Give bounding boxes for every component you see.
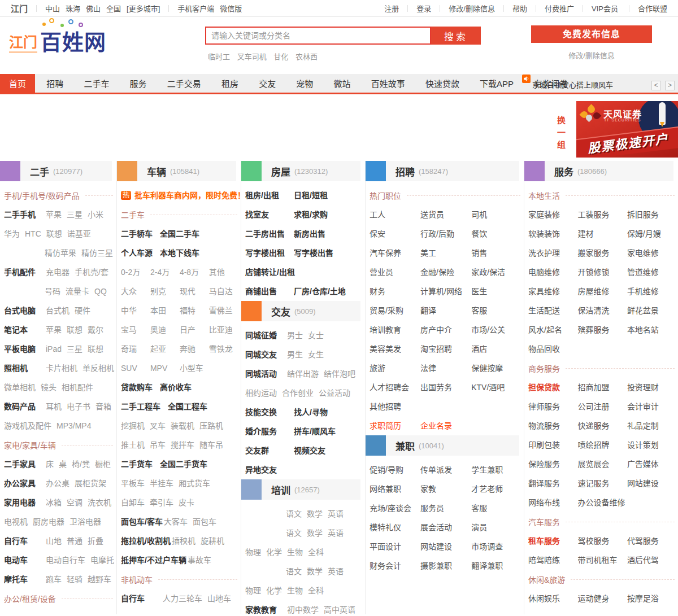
- search-button[interactable]: 搜索: [431, 27, 481, 45]
- category-link[interactable]: 营业员: [370, 263, 420, 282]
- category-link[interactable]: 装载机: [171, 421, 194, 430]
- category-link[interactable]: 搬家服务: [577, 243, 627, 263]
- category-link[interactable]: 网站建设: [627, 474, 676, 493]
- category-header[interactable]: 培训(12657): [241, 479, 360, 500]
- category-link[interactable]: 手机维修: [627, 282, 676, 301]
- category-link[interactable]: 轻骑: [67, 575, 82, 584]
- nav-item-services[interactable]: 服务: [121, 74, 156, 94]
- category-link[interactable]: 家庭装修: [528, 205, 577, 224]
- category-link[interactable]: 开锁修锁: [577, 263, 627, 282]
- category-label-link[interactable]: 写字楼出租: [245, 243, 293, 263]
- category-link[interactable]: 金融/保险: [420, 263, 471, 282]
- category-link[interactable]: 宝马: [121, 320, 150, 339]
- category-label-link[interactable]: 商铺出售: [245, 282, 293, 301]
- category-link[interactable]: 销售: [471, 243, 522, 263]
- nav-item-rent[interactable]: 租房: [212, 74, 247, 94]
- category-link[interactable]: MP3/MP4: [56, 421, 91, 430]
- category-header[interactable]: 二手(120977): [0, 161, 112, 181]
- category-link[interactable]: 展会活动: [420, 518, 471, 537]
- category-label-link[interactable]: 技能交换: [245, 403, 293, 422]
- category-link[interactable]: 空调: [67, 498, 82, 507]
- category-link[interactable]: 会计审计: [627, 397, 676, 416]
- category-link[interactable]: 音箱: [95, 402, 111, 411]
- category-link[interactable]: 旋耕机: [201, 536, 224, 545]
- category-link[interactable]: 跑车: [46, 575, 62, 584]
- category-link[interactable]: 现代: [180, 282, 209, 301]
- category-link[interactable]: 三星: [67, 210, 82, 219]
- announcement-link[interactable]: 京城白领安心搭上顺风车: [532, 79, 613, 90]
- category-link[interactable]: 家政/保洁: [471, 263, 522, 282]
- category-link[interactable]: 电子书: [67, 402, 90, 411]
- category-link[interactable]: 学生兼职: [471, 460, 522, 479]
- category-label-link[interactable]: 笔记本: [4, 320, 45, 339]
- category-link[interactable]: 喷绘招牌: [577, 435, 627, 455]
- category-link[interactable]: 充电器: [46, 268, 69, 277]
- city-link[interactable]: 全国: [106, 3, 121, 14]
- category-link[interactable]: 电脑维修: [528, 263, 577, 282]
- category-link[interactable]: 精仿三星: [81, 248, 113, 257]
- category-link[interactable]: 酒店: [471, 339, 522, 359]
- category-link[interactable]: 搅拌车: [171, 440, 194, 449]
- category-link[interactable]: 日产: [180, 320, 209, 339]
- nav-item-jobs[interactable]: 招聘: [37, 74, 72, 94]
- hot-word[interactable]: 甘化: [273, 53, 288, 61]
- category-link[interactable]: 服务员: [420, 499, 471, 518]
- city-link[interactable]: 珠海: [66, 3, 80, 14]
- category-link[interactable]: 冰箱: [46, 498, 62, 507]
- category-link[interactable]: 诺基亚: [67, 229, 91, 238]
- category-link[interactable]: 培训教育: [370, 320, 420, 339]
- category-link[interactable]: 耳机: [46, 402, 62, 411]
- category-link[interactable]: 英语: [328, 509, 344, 518]
- category-link[interactable]: KTV/酒吧: [471, 378, 522, 397]
- category-link[interactable]: 电摩托: [90, 556, 114, 565]
- category-link[interactable]: 全国二手货车: [160, 460, 207, 469]
- category-link[interactable]: 高价收车: [160, 383, 192, 392]
- category-link[interactable]: 速记服务: [577, 474, 627, 493]
- category-link[interactable]: 计算机/网络: [420, 282, 471, 301]
- category-link[interactable]: 二手货车: [121, 460, 153, 469]
- more-cities-link[interactable]: [更多城市]: [127, 3, 160, 14]
- category-link[interactable]: 流量卡: [66, 287, 89, 296]
- category-link[interactable]: 山地: [46, 536, 62, 545]
- category-link[interactable]: 担保贷款: [528, 378, 577, 397]
- category-link[interactable]: 才艺老师: [471, 479, 522, 499]
- category-link[interactable]: 个人车源: [121, 248, 153, 257]
- category-link[interactable]: 网络兼职: [370, 479, 420, 499]
- prev-button[interactable]: <: [651, 81, 661, 90]
- category-link[interactable]: 小型车: [180, 359, 209, 378]
- category-link[interactable]: 建材: [577, 224, 627, 243]
- nav-item-stories[interactable]: 百姓故事: [362, 74, 414, 94]
- category-link[interactable]: 生物: [287, 586, 303, 595]
- category-link[interactable]: 手机壳/套: [75, 268, 108, 277]
- category-link[interactable]: 房产中介: [420, 320, 471, 339]
- category-label-link[interactable]: 找室友: [245, 205, 293, 224]
- category-link[interactable]: 起亚: [150, 339, 180, 359]
- category-link[interactable]: SUV: [121, 359, 150, 378]
- category-link[interactable]: 微单相机: [4, 383, 36, 392]
- category-link[interactable]: 摄影兼职: [420, 556, 471, 575]
- category-link[interactable]: 餐饮: [471, 224, 522, 243]
- category-link[interactable]: 奔驰: [180, 339, 209, 359]
- category-link[interactable]: 保姆/月嫂: [627, 224, 676, 243]
- category-link[interactable]: 0-2万: [121, 263, 150, 282]
- category-link[interactable]: 代驾服务: [627, 531, 676, 551]
- category-link[interactable]: 物理: [245, 548, 261, 557]
- category-label-link[interactable]: 电动车: [4, 551, 45, 570]
- category-link[interactable]: 行政/后勤: [420, 224, 471, 243]
- category-link[interactable]: 拆旧服务: [627, 205, 676, 224]
- category-link[interactable]: 数学: [307, 509, 323, 518]
- category-link[interactable]: 出国劳务: [420, 378, 471, 397]
- category-link[interactable]: 事故车: [188, 556, 211, 565]
- category-link[interactable]: 贷款购车: [121, 383, 153, 392]
- category-link[interactable]: 本田: [150, 301, 180, 320]
- category-header[interactable]: 招聘(158247): [366, 161, 519, 181]
- category-link[interactable]: 全国二手车: [160, 229, 199, 238]
- category-link[interactable]: 英语: [328, 528, 344, 538]
- category-header[interactable]: 车辆(105841): [117, 161, 236, 181]
- category-link[interactable]: 人才招聘会: [370, 378, 420, 397]
- category-link[interactable]: 女士: [308, 331, 324, 340]
- category-link[interactable]: 华为: [4, 229, 20, 238]
- category-link[interactable]: 厨房电器: [33, 517, 64, 526]
- logo[interactable]: 江门 百姓网: [9, 32, 106, 53]
- category-link[interactable]: 殡葬服务: [577, 320, 627, 339]
